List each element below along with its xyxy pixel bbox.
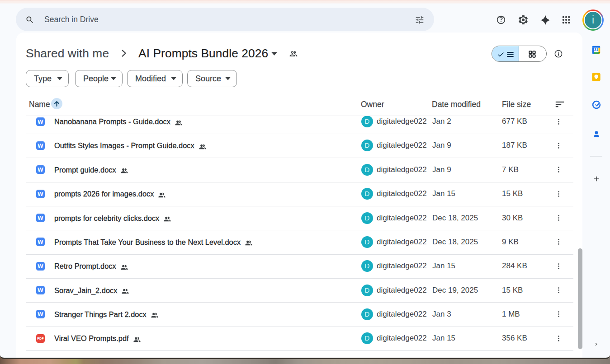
svg-text:31: 31 bbox=[594, 47, 599, 52]
